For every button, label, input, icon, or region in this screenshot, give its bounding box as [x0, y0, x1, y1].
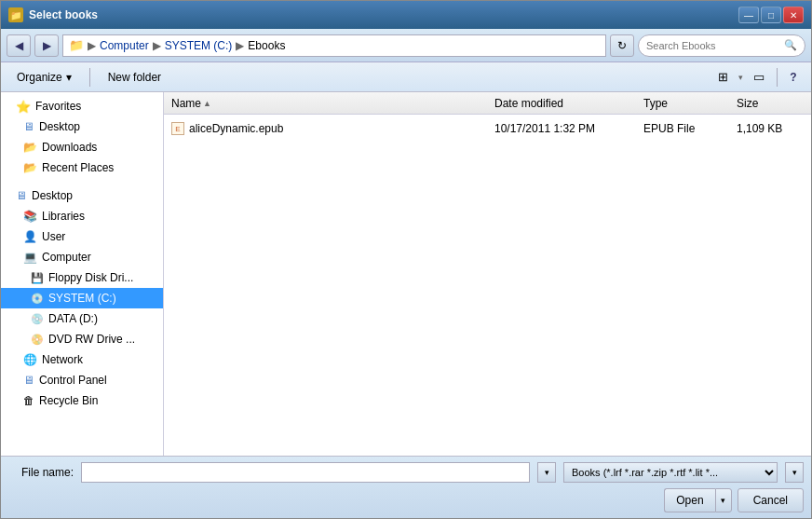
- desktop-icon: 🖥: [23, 120, 34, 133]
- table-row[interactable]: E aliceDynamic.epub 10/17/2011 1:32 PM E…: [164, 118, 811, 139]
- organize-button[interactable]: Organize ▾: [8, 66, 80, 89]
- path-system[interactable]: SYSTEM (C:): [165, 39, 233, 52]
- title-bar-title: Select books: [29, 8, 733, 21]
- path-computer[interactable]: Computer: [100, 39, 149, 52]
- sidebar-item-control-panel[interactable]: 🖥 Control Panel: [1, 370, 163, 390]
- sidebar-item-floppy[interactable]: 💾 Floppy Disk Dri...: [1, 267, 163, 288]
- sidebar: ⭐ Favorites 🖥 Desktop 📂 Downloads 📂 Rece…: [1, 92, 164, 456]
- sidebar-item-data-d[interactable]: 💿 DATA (D:): [1, 308, 163, 329]
- new-folder-label: New folder: [108, 71, 161, 84]
- file-type: EPUB File: [643, 122, 695, 135]
- new-folder-button[interactable]: New folder: [100, 66, 169, 89]
- recent-places-icon: 📂: [23, 161, 37, 174]
- folder-icon: 📁: [69, 38, 84, 52]
- floppy-icon: 💾: [31, 272, 44, 284]
- file-name: aliceDynamic.epub: [189, 122, 283, 135]
- sidebar-item-desktop[interactable]: 🖥 Desktop: [1, 116, 163, 137]
- col-header-size[interactable]: Size: [733, 97, 807, 110]
- data-d-icon: 💿: [31, 313, 44, 325]
- help-icon: ?: [790, 71, 796, 84]
- control-panel-icon: 🖥: [23, 374, 34, 387]
- computer-label: Computer: [42, 251, 91, 264]
- user-icon: 👤: [23, 230, 37, 243]
- sidebar-item-recycle-bin[interactable]: 🗑 Recycle Bin: [1, 390, 163, 411]
- sidebar-item-computer[interactable]: 💻 Computer: [1, 247, 163, 267]
- bottom-bar: File name: ▾ Books (*.lrf *.rar *.zip *.…: [1, 456, 811, 518]
- sidebar-item-desktop-section[interactable]: 🖥 Desktop: [1, 185, 163, 206]
- filetype-select[interactable]: Books (*.lrf *.rar *.zip *.rtf *.lit *..…: [563, 462, 778, 483]
- view-arrow: ▾: [738, 73, 743, 82]
- col-header-name[interactable]: Name ▲: [168, 97, 491, 110]
- floppy-label: Floppy Disk Dri...: [48, 271, 133, 284]
- main-content: ⭐ Favorites 🖥 Desktop 📂 Downloads 📂 Rece…: [1, 92, 811, 456]
- file-date: 10/17/2011 1:32 PM: [494, 122, 595, 135]
- sidebar-item-favorites[interactable]: ⭐ Favorites: [1, 96, 163, 116]
- downloads-label: Downloads: [42, 141, 97, 154]
- minimize-button[interactable]: —: [738, 7, 759, 23]
- preview-icon: ▭: [753, 70, 765, 84]
- system-c-icon: 💿: [31, 293, 44, 305]
- view-icon: ⊞: [718, 70, 728, 84]
- sidebar-item-recent-places[interactable]: 📂 Recent Places: [1, 157, 163, 178]
- user-label: User: [42, 230, 65, 243]
- sidebar-item-system-c[interactable]: 💿 SYSTEM (C:): [1, 288, 163, 308]
- title-bar-icon: 📁: [8, 7, 23, 22]
- col-header-date[interactable]: Date modified: [491, 97, 640, 110]
- column-header: Name ▲ Date modified Type Size: [164, 92, 811, 115]
- sidebar-item-network[interactable]: 🌐 Network: [1, 349, 163, 370]
- title-bar-controls: — □ ✕: [738, 7, 804, 23]
- sidebar-item-dvd-rw[interactable]: 📀 DVD RW Drive ...: [1, 329, 163, 349]
- dvd-rw-icon: 📀: [31, 334, 44, 346]
- favorites-label: Favorites: [35, 100, 81, 113]
- view-button[interactable]: ⊞: [710, 67, 735, 88]
- file-icon: E: [171, 122, 184, 135]
- search-input[interactable]: [646, 40, 780, 51]
- toolbar-divider2: [777, 68, 778, 87]
- sidebar-item-user[interactable]: 👤 User: [1, 226, 163, 247]
- col-header-type[interactable]: Type: [640, 97, 733, 110]
- maximize-button[interactable]: □: [761, 7, 781, 23]
- network-icon: 🌐: [23, 353, 37, 366]
- sort-arrow-icon: ▲: [203, 99, 211, 108]
- filename-label: File name:: [8, 466, 74, 479]
- filetype-dropdown-button[interactable]: ▾: [785, 462, 804, 483]
- system-c-label: SYSTEM (C:): [48, 292, 116, 305]
- file-type-cell: EPUB File: [640, 122, 733, 135]
- path-ebooks[interactable]: Ebooks: [248, 39, 285, 52]
- file-list: E aliceDynamic.epub 10/17/2011 1:32 PM E…: [164, 115, 811, 456]
- refresh-button[interactable]: ↻: [610, 34, 634, 57]
- star-icon: ⭐: [16, 100, 31, 114]
- filename-dropdown-button[interactable]: ▾: [537, 462, 556, 483]
- file-pane: Name ▲ Date modified Type Size E: [164, 92, 811, 456]
- toolbar-divider: [89, 68, 90, 87]
- title-bar: 📁 Select books — □ ✕: [1, 1, 811, 29]
- sidebar-item-downloads[interactable]: 📂 Downloads: [1, 137, 163, 157]
- libraries-label: Libraries: [42, 210, 85, 223]
- preview-button[interactable]: ▭: [747, 67, 771, 88]
- file-name-cell: E aliceDynamic.epub: [168, 122, 491, 135]
- open-button[interactable]: Open: [664, 488, 714, 512]
- forward-button[interactable]: ▶: [34, 34, 59, 57]
- filename-row: File name: ▾ Books (*.lrf *.rar *.zip *.…: [8, 462, 804, 483]
- libraries-icon: 📚: [23, 210, 37, 223]
- help-button[interactable]: ?: [783, 67, 804, 88]
- cancel-button[interactable]: Cancel: [738, 488, 804, 512]
- close-button[interactable]: ✕: [783, 7, 804, 23]
- back-button[interactable]: ◀: [7, 34, 31, 57]
- file-size-cell: 1,109 KB: [733, 122, 807, 135]
- open-arrow-button[interactable]: ▾: [715, 488, 732, 512]
- address-path[interactable]: 📁 ▶ Computer ▶ SYSTEM (C:) ▶ Ebooks: [62, 34, 606, 57]
- file-size: 1,109 KB: [737, 122, 782, 135]
- desktop-section-label: Desktop: [32, 189, 73, 202]
- desktop-label: Desktop: [39, 120, 80, 133]
- desktop-section-icon: 🖥: [16, 189, 27, 202]
- search-icon: 🔍: [784, 39, 797, 51]
- address-bar: ◀ ▶ 📁 ▶ Computer ▶ SYSTEM (C:) ▶ Ebooks …: [1, 29, 811, 62]
- recycle-bin-icon: 🗑: [23, 394, 34, 407]
- search-box[interactable]: 🔍: [638, 34, 805, 57]
- filename-input[interactable]: [81, 462, 530, 483]
- open-button-split[interactable]: Open ▾: [664, 488, 731, 512]
- toolbar-right: ⊞ ▾ ▭ ?: [710, 67, 804, 88]
- sidebar-item-libraries[interactable]: 📚 Libraries: [1, 206, 163, 226]
- file-date-cell: 10/17/2011 1:32 PM: [491, 122, 640, 135]
